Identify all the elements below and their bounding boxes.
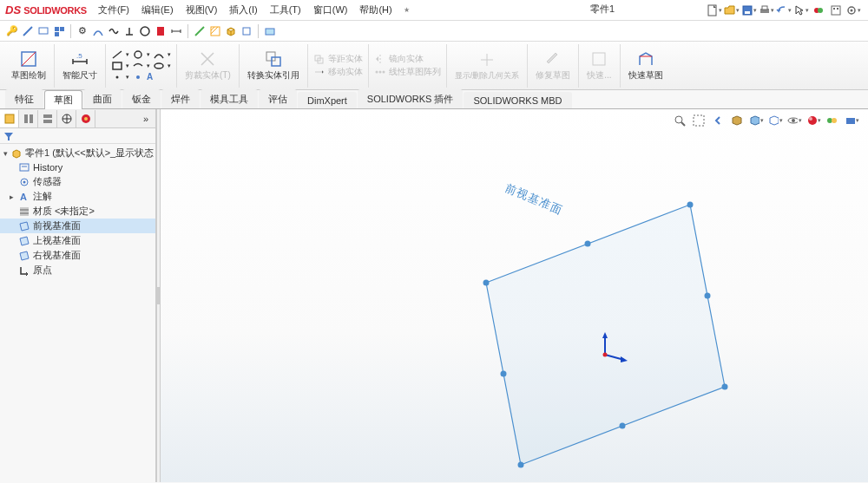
hatch-icon[interactable] — [208, 24, 222, 38]
settings-icon[interactable]: ▾ — [845, 3, 861, 18]
front-plane-display[interactable]: 前视基准面 — [482, 196, 742, 439]
tab-mbd[interactable]: SOLIDWORKS MBD — [464, 92, 571, 108]
prev-view-icon[interactable] — [710, 113, 726, 128]
feature-tree-tab[interactable] — [0, 110, 19, 127]
view-orient-icon[interactable]: ▾ — [748, 113, 764, 128]
display-tab[interactable] — [76, 110, 95, 127]
sketch-button[interactable]: 草图绘制 — [9, 49, 49, 82]
open-doc-icon[interactable]: ▾ — [724, 3, 740, 18]
relations-icon — [477, 50, 496, 69]
menu-window[interactable]: 窗口(W) — [307, 3, 354, 16]
svg-line-64 — [681, 122, 685, 126]
circle-icon[interactable] — [138, 24, 152, 38]
tab-weld[interactable]: 焊件 — [161, 89, 200, 108]
axis-icon[interactable] — [193, 24, 207, 38]
book-icon[interactable] — [154, 24, 168, 38]
section-icon[interactable] — [729, 113, 745, 128]
undo-icon[interactable]: ▾ — [776, 3, 792, 18]
tab-addins[interactable]: SOLIDWORKS 插件 — [358, 89, 464, 108]
logo-ds: DS — [5, 3, 21, 16]
view-settings-icon[interactable]: ▾ — [844, 113, 859, 128]
tab-surface[interactable]: 曲面 — [83, 89, 122, 108]
hide-show-icon[interactable]: ▾ — [786, 113, 802, 128]
menu-help[interactable]: 帮助(H) — [353, 3, 398, 16]
rebuild-icon[interactable] — [811, 3, 826, 18]
cube-icon[interactable] — [224, 24, 238, 38]
tab-sheet[interactable]: 钣金 — [122, 89, 161, 108]
menu-pin-icon[interactable]: ★ — [398, 6, 415, 14]
linear-pattern-button[interactable]: 线性草图阵列 — [374, 66, 441, 78]
rect-tool[interactable]: ▾ ▾ ▾ — [111, 61, 171, 71]
appearance-icon[interactable]: ▾ — [806, 113, 821, 128]
tree-origin[interactable]: 原点 — [0, 263, 155, 277]
svg-point-40 — [382, 71, 385, 74]
panel-expand-icon[interactable]: » — [136, 110, 155, 127]
curve-icon[interactable] — [91, 24, 105, 38]
trim-entities-button[interactable]: 剪裁实体(T) — [182, 49, 233, 82]
menu-file[interactable]: 文件(F) — [92, 3, 135, 16]
graphics-viewport[interactable]: ▾ ▾ ▾ ▾ ▾ 前视基准面 — [161, 109, 868, 482]
command-tabs: 特征 草图 曲面 钣金 焊件 模具工具 评估 DimXpert SOLIDWOR… — [0, 90, 868, 109]
feature-manager-panel: » ▾零件1 (默认<<默认>_显示状态 History 传感器 ▸A注解 材质… — [0, 109, 156, 482]
move-entities-button[interactable]: 移动实体 — [313, 66, 363, 78]
tree-annotations[interactable]: ▸A注解 — [0, 189, 155, 204]
tab-feature[interactable]: 特征 — [5, 89, 43, 108]
box-icon[interactable] — [240, 24, 253, 38]
svg-point-76 — [722, 384, 728, 390]
svg-rect-55 — [20, 164, 29, 171]
mirror-entities-button[interactable]: 镜向实体 — [374, 53, 441, 65]
config-tab[interactable] — [38, 110, 57, 127]
key-icon[interactable]: 🔑 — [5, 24, 19, 38]
svg-point-77 — [518, 462, 524, 468]
gear-icon[interactable]: ⚙ — [76, 24, 89, 38]
new-doc-icon[interactable]: ▾ — [707, 3, 722, 18]
tree-sensors[interactable]: 传感器 — [0, 174, 155, 189]
point-tool[interactable]: ▾ A — [111, 72, 171, 82]
tree-root[interactable]: ▾零件1 (默认<<默认>_显示状态 — [0, 146, 155, 160]
smart-dimension-button[interactable]: .5 智能尺寸 — [60, 49, 100, 82]
convert-entities-button[interactable]: 转换实体引用 — [245, 49, 302, 82]
rapid-sketch-button[interactable]: 快速草图 — [626, 49, 666, 82]
quick-access-toolbar: ▾ ▾ ▾ ▾ ▾ ▾ ▾ — [707, 3, 868, 18]
menu-view[interactable]: 视图(V) — [180, 3, 224, 16]
menu-edit[interactable]: 编辑(E) — [135, 3, 180, 16]
tree-top-plane[interactable]: 上视基准面 — [0, 233, 155, 248]
quick-button[interactable]: 快速... — [584, 49, 614, 82]
save-icon[interactable]: ▾ — [741, 3, 757, 18]
tree-material[interactable]: 材质 <未指定> — [0, 204, 155, 219]
tab-mold[interactable]: 模具工具 — [201, 89, 258, 108]
tree-front-plane[interactable]: 前视基准面 — [0, 219, 155, 233]
tab-eval[interactable]: 评估 — [259, 89, 297, 108]
zoom-area-icon[interactable] — [691, 113, 707, 128]
offset-entities-button[interactable]: 等距实体 — [313, 53, 363, 65]
menu-insert[interactable]: 插入(I) — [223, 3, 263, 16]
svg-point-6 — [818, 8, 823, 13]
line-icon[interactable] — [21, 24, 35, 38]
tree-right-plane[interactable]: 右视基准面 — [0, 248, 155, 263]
display-style-icon[interactable]: ▾ — [767, 113, 783, 128]
grid-icon[interactable] — [52, 24, 66, 38]
line-tool[interactable]: ▾ ▾ ▾ — [111, 49, 171, 60]
svg-rect-35 — [272, 57, 280, 66]
dimxpert-tab[interactable] — [57, 110, 76, 127]
face-icon[interactable] — [263, 24, 277, 38]
dim-icon[interactable] — [169, 24, 183, 38]
scene-icon[interactable] — [825, 113, 840, 128]
property-tab[interactable] — [19, 110, 38, 127]
select-icon[interactable]: ▾ — [793, 3, 809, 18]
print-icon[interactable]: ▾ — [759, 3, 774, 18]
svg-text:.5: .5 — [76, 52, 82, 60]
repair-sketch-button[interactable]: 修复草图 — [533, 49, 573, 82]
tree-history[interactable]: History — [0, 160, 155, 174]
options-icon[interactable] — [828, 3, 844, 18]
wave-icon[interactable] — [107, 24, 121, 38]
zoom-fit-icon[interactable] — [672, 113, 687, 128]
perp-icon[interactable] — [122, 24, 136, 38]
tab-dimxpert[interactable]: DimXpert — [298, 92, 357, 108]
menu-tools[interactable]: 工具(T) — [264, 3, 307, 16]
monitor-icon[interactable] — [36, 24, 50, 38]
svg-point-17 — [141, 27, 149, 36]
tab-sketch[interactable]: 草图 — [44, 90, 82, 109]
display-relations-button[interactable]: 显示/删除几何关系 — [452, 49, 523, 82]
filter-bar[interactable] — [0, 128, 155, 144]
